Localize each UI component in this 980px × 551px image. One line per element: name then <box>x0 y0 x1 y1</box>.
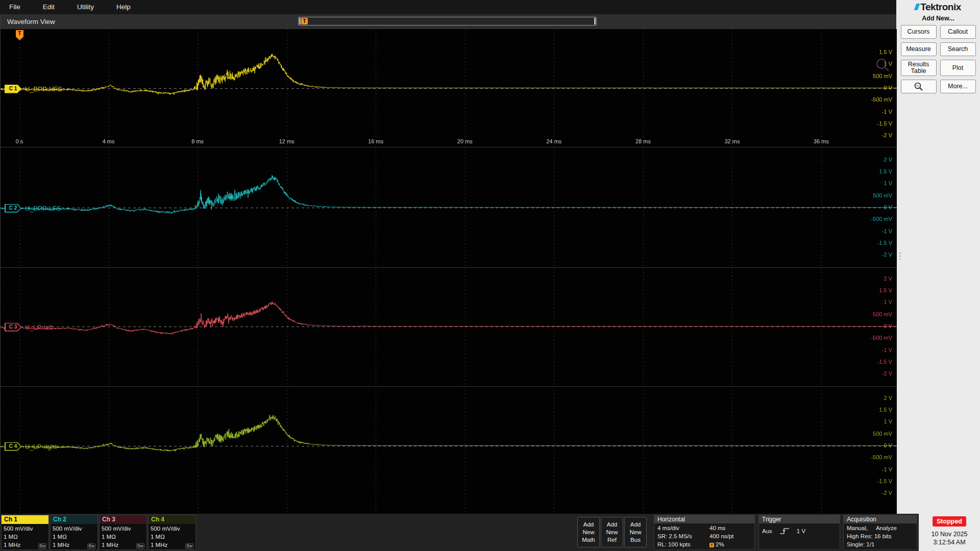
bandwidth-limit-icon: Bw <box>185 543 193 549</box>
channel-1-vdiv: 500 mV/div <box>4 524 46 533</box>
right-sidebar: Tektronix Add New... Cursors Callout Mea… <box>896 0 980 551</box>
horizontal-scale: 4 ms/div <box>657 524 709 532</box>
channel-3-vdiv: 500 mV/div <box>102 524 144 533</box>
channel-badge-c3[interactable]: C 3 <box>5 323 21 332</box>
channel-2-vdiv: 500 mV/div <box>53 524 95 533</box>
bandwidth-limit-icon: Bw <box>136 543 144 549</box>
time-label: 3:12:54 AM <box>919 539 980 546</box>
cursors-button[interactable]: Cursors <box>901 25 937 39</box>
pan-left-handle[interactable] <box>299 18 301 24</box>
channel-3-name: Ch 3 <box>100 515 146 524</box>
bandwidth-limit-icon: Bw <box>87 543 95 549</box>
add-new-bus-button[interactable]: AddNewBus <box>624 517 647 547</box>
waveform-view-window: Waveform View T C 1 U_BPP-HFS C 2 U_BPP-… <box>0 14 896 514</box>
pan-zoom-strip[interactable]: T <box>298 17 597 26</box>
add-new-heading: Add New... <box>896 15 980 22</box>
menu-edit[interactable]: Edit <box>32 0 66 14</box>
horizontal-title: Horizontal <box>654 515 754 523</box>
menu-help[interactable]: Help <box>105 0 142 14</box>
more-button[interactable]: More... <box>940 80 976 93</box>
channel-4-overlay: C 4 U_LP-right <box>5 442 57 451</box>
acquisition-title: Acquisition <box>844 515 917 523</box>
channel-badge-c4[interactable]: C 4 <box>5 442 21 451</box>
acquisition-analyze: Analyze <box>876 524 897 532</box>
channel-1-impedance: 1 MΩ <box>4 533 46 541</box>
channel-4-name: Ch 4 <box>149 515 195 524</box>
sample-resolution: 400 ns/pt <box>709 532 733 540</box>
measure-button[interactable]: Measure <box>901 42 937 56</box>
channel-2-badge-tile[interactable]: Ch 2 500 mV/div 1 MΩ 1 MHzBw <box>50 515 98 550</box>
trigger-badge[interactable]: Trigger Aux 1 V <box>758 515 840 550</box>
channel-1-waveform-label: U_BPP-HFS <box>25 85 62 93</box>
logo-mark <box>914 4 920 10</box>
search-button[interactable]: Search <box>940 42 976 56</box>
channel-2-impedance: 1 MΩ <box>53 533 95 541</box>
channel-4-vdiv: 500 mV/div <box>151 524 193 533</box>
pan-right-handle[interactable] <box>594 18 596 24</box>
rising-edge-icon <box>779 527 790 535</box>
add-new-ref-button[interactable]: AddNewRef <box>601 517 623 547</box>
bandwidth-limit-icon: Bw <box>38 543 46 549</box>
horizontal-position: 2% <box>716 541 724 547</box>
callout-button[interactable]: Callout <box>940 25 976 39</box>
panel-drag-handle[interactable]: ⋮ <box>896 254 904 258</box>
add-new-math-button[interactable]: AddNewMath <box>577 517 600 547</box>
run-stop-status-badge[interactable]: Stopped <box>933 516 966 527</box>
run-status-area: Stopped 10 Nov 2025 3:12:54 AM <box>919 516 980 546</box>
waveform-canvas[interactable] <box>1 29 897 514</box>
channel-4-bandwidth: 1 MHz <box>151 541 167 549</box>
channel-3-impedance: 1 MΩ <box>102 533 144 541</box>
menu-utility[interactable]: Utility <box>66 0 105 14</box>
record-length: RL: 100 kpts <box>657 540 709 548</box>
trigger-level: 1 V <box>797 527 805 535</box>
channel-1-badge-tile[interactable]: Ch 1 500 mV/div 1 MΩ 1 MHzBw <box>1 515 49 550</box>
date-label: 10 Nov 2025 <box>919 531 980 538</box>
acquisition-mode: Manual, <box>847 524 868 532</box>
acquisition-badge[interactable]: Acquisition Manual,Analyze High Res: 16 … <box>843 515 917 550</box>
channel-2-overlay: C 2 U_BPP-LFS <box>5 204 61 213</box>
acquisition-detail: High Res: 16 bits <box>847 532 914 540</box>
sample-rate: SR: 2.5 MS/s <box>657 532 709 540</box>
channel-badge-c1[interactable]: C 1 <box>5 85 21 93</box>
trigger-title: Trigger <box>759 515 840 523</box>
results-table-button[interactable]: Results Table <box>901 60 937 76</box>
bottom-settings-bar: Ch 1 500 mV/div 1 MΩ 1 MHzBw Ch 2 500 mV… <box>0 514 919 551</box>
waveform-view-title: Waveform View <box>1 18 55 26</box>
horizontal-badge[interactable]: Horizontal 4 ms/div40 ms SR: 2.5 MS/s400… <box>654 515 755 550</box>
channel-1-bandwidth: 1 MHz <box>4 541 20 549</box>
channel-2-waveform-label: U_BPP-LFS <box>25 205 61 212</box>
zoom-tool-button[interactable] <box>901 80 937 93</box>
channel-2-bandwidth: 1 MHz <box>53 541 69 549</box>
channel-3-waveform-label: U_LP-left <box>25 323 53 331</box>
tektronix-logo: Tektronix <box>896 2 980 13</box>
channel-badge-c2[interactable]: C 2 <box>5 204 21 213</box>
channel-3-badge-tile[interactable]: Ch 3 500 mV/div 1 MΩ 1 MHzBw <box>99 515 147 550</box>
magnifier-icon <box>914 82 923 91</box>
channel-2-name: Ch 2 <box>51 515 97 524</box>
acquisition-single: Single: 1/1 <box>847 540 914 548</box>
tekscope-app: File Edit Utility Help Tektronix Add New… <box>0 0 980 551</box>
trigger-source: Aux <box>762 527 772 535</box>
plot-button[interactable]: Plot <box>940 60 976 76</box>
channel-3-bandwidth: 1 MHz <box>102 541 118 549</box>
channel-4-waveform-label: U_LP-right <box>25 443 57 450</box>
channel-1-overlay: C 1 U_BPP-HFS <box>5 84 62 93</box>
menu-file[interactable]: File <box>0 0 32 14</box>
trigger-position-icon[interactable]: T <box>301 18 308 24</box>
channel-4-impedance: 1 MΩ <box>151 533 193 541</box>
channel-3-overlay: C 3 U_LP-left <box>5 322 53 332</box>
horizontal-position-icon: T <box>709 543 714 547</box>
add-new-button-grid: Cursors Callout Measure Search Results T… <box>896 25 980 93</box>
waveform-view-header: Waveform View T <box>1 14 896 30</box>
channel-1-name: Ch 1 <box>2 515 48 524</box>
menu-bar: File Edit Utility Help <box>0 0 896 14</box>
horizontal-window: 40 ms <box>709 524 725 532</box>
channel-4-badge-tile[interactable]: Ch 4 500 mV/div 1 MΩ 1 MHzBw <box>148 515 196 550</box>
